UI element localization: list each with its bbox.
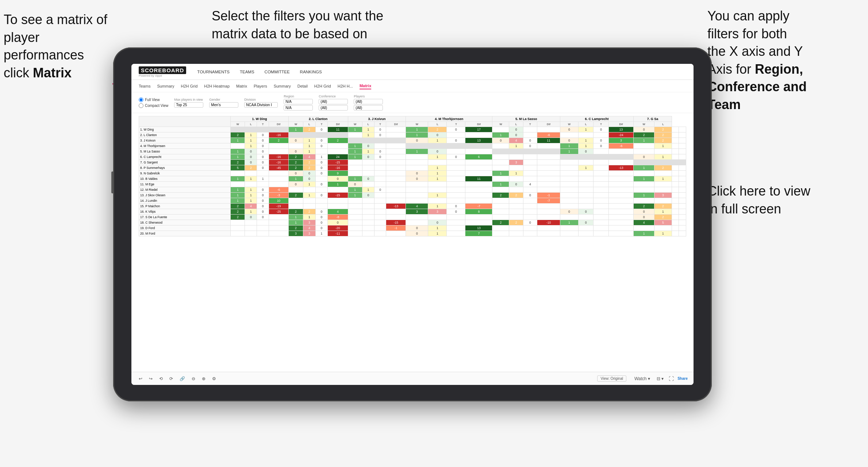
tab-players[interactable]: Players bbox=[254, 83, 267, 89]
matrix-cell bbox=[672, 209, 679, 215]
matrix-cell: 0 bbox=[315, 182, 328, 187]
matrix-cell: 3 bbox=[654, 193, 672, 198]
tab-summary[interactable]: Summary bbox=[157, 83, 174, 89]
matrix-cell bbox=[465, 198, 492, 204]
matrix-cell: 1 bbox=[348, 154, 362, 160]
plus-btn[interactable]: ⊕ bbox=[200, 375, 207, 382]
annotation-right-top: You can apply filters for both the X axi… bbox=[707, 7, 846, 114]
matrix-cell: 0 bbox=[315, 171, 328, 176]
conference-select-1[interactable]: (All) bbox=[319, 99, 348, 104]
minus-btn[interactable]: ⊖ bbox=[190, 375, 197, 382]
matrix-cell: 1 bbox=[348, 193, 362, 198]
table-row: 14. J Lundin11010-7 bbox=[139, 198, 686, 204]
tab-h2h-h[interactable]: H2H H... bbox=[338, 83, 353, 89]
matrix-cell bbox=[608, 231, 633, 236]
view-compact-radio[interactable] bbox=[139, 103, 143, 108]
matrix-cell bbox=[465, 132, 492, 138]
settings-btn[interactable]: ⚙ bbox=[211, 375, 218, 382]
gender-select[interactable]: Men's bbox=[209, 102, 238, 108]
matrix-cell: 0 bbox=[288, 171, 303, 176]
matrix-cell: 0 bbox=[257, 160, 269, 165]
tab-detail[interactable]: Detail bbox=[297, 83, 308, 89]
matrix-cell: -3 bbox=[269, 193, 288, 198]
matrix-cell bbox=[386, 193, 406, 198]
tab-h2h-grid[interactable]: H2H Grid bbox=[181, 83, 197, 89]
region-select-1[interactable]: N/A bbox=[284, 99, 313, 104]
tab-h2h-heatmap[interactable]: H2H Heatmap bbox=[204, 83, 230, 89]
matrix-cell: 0 bbox=[315, 225, 328, 231]
view-full-label[interactable]: Full View bbox=[139, 97, 168, 102]
matrix-cell bbox=[608, 154, 633, 160]
view-compact-label[interactable]: Compact View bbox=[139, 103, 168, 108]
max-players-select[interactable]: Top 25 bbox=[174, 102, 203, 108]
matrix-cell bbox=[362, 209, 374, 215]
tab-summary2[interactable]: Summary bbox=[274, 83, 291, 89]
col-header-4: 4. M Thorbjornsen bbox=[406, 116, 492, 122]
matrix-cell: 1 bbox=[231, 187, 245, 193]
matrix-cell bbox=[315, 149, 328, 154]
matrix-cell bbox=[231, 225, 245, 231]
matrix-cell bbox=[386, 231, 406, 236]
view-full-radio[interactable] bbox=[139, 97, 143, 102]
matrix-cell: 3 bbox=[406, 209, 428, 215]
matrix-cell: 3 bbox=[303, 220, 316, 225]
nav-committee[interactable]: COMMITTEE bbox=[265, 68, 290, 76]
refresh-btn[interactable]: ⟳ bbox=[168, 375, 174, 382]
matrix-cell bbox=[328, 204, 348, 209]
players-select-1[interactable]: (All) bbox=[354, 99, 383, 104]
sub-t5: T bbox=[523, 122, 537, 127]
matrix-cell: 1 bbox=[231, 193, 245, 198]
tab-matrix[interactable]: Matrix bbox=[360, 83, 371, 89]
matrix-cell bbox=[447, 198, 465, 204]
matrix-cell bbox=[578, 182, 593, 187]
sub-dif6: Dif bbox=[608, 122, 633, 127]
sub-l1: L bbox=[245, 122, 257, 127]
display-btn[interactable]: ⊟ ▾ bbox=[655, 375, 665, 382]
nav-rankings[interactable]: RANKINGS bbox=[300, 68, 322, 76]
link-btn[interactable]: 🔗 bbox=[178, 375, 187, 382]
view-original-btn[interactable]: View: Original bbox=[597, 375, 626, 382]
matrix-cell bbox=[465, 215, 492, 220]
matrix-cell bbox=[492, 215, 509, 220]
division-select[interactable]: NCAA Division I bbox=[244, 102, 278, 108]
matrix-cell: 4 bbox=[634, 220, 654, 225]
undo2-btn[interactable]: ⟲ bbox=[158, 375, 164, 382]
tab-matrix-players[interactable]: Matrix bbox=[236, 83, 247, 89]
undo-btn[interactable]: ↩ bbox=[137, 375, 144, 382]
matrix-cell bbox=[578, 171, 593, 176]
nav-teams[interactable]: TEAMS bbox=[240, 68, 254, 76]
matrix-cell bbox=[679, 215, 686, 220]
matrix-cell bbox=[492, 127, 509, 132]
matrix-cell bbox=[492, 225, 509, 231]
matrix-cell bbox=[406, 182, 428, 187]
matrix-cell bbox=[509, 154, 523, 160]
share-btn[interactable]: Share bbox=[677, 377, 688, 381]
matrix-cell: 2 bbox=[509, 193, 523, 198]
matrix-cell bbox=[245, 171, 257, 176]
nav-tournaments[interactable]: TOURNAMENTS bbox=[197, 68, 230, 76]
sub-t3: T bbox=[374, 122, 386, 127]
matrix-cell: 1 bbox=[348, 143, 362, 149]
conference-select-2[interactable]: (All) bbox=[319, 105, 348, 111]
matrix-cell bbox=[328, 149, 348, 154]
region-select-2[interactable]: N/A bbox=[284, 105, 313, 111]
matrix-cell: 1 bbox=[428, 204, 447, 209]
redo-btn[interactable]: ↪ bbox=[147, 375, 154, 382]
watch-btn[interactable]: Watch ▾ bbox=[633, 375, 652, 382]
matrix-cell: 0 bbox=[303, 171, 316, 176]
sub-t6: T bbox=[594, 122, 608, 127]
matrix-cell bbox=[386, 160, 406, 165]
matrix-cell: 0 bbox=[257, 132, 269, 138]
matrix-cell: 1 bbox=[578, 165, 593, 171]
tab-h2h-grid2[interactable]: H2H Grid bbox=[314, 83, 331, 89]
tab-teams[interactable]: Teams bbox=[139, 83, 150, 89]
matrix-cell bbox=[509, 198, 523, 204]
matrix-cell: 0 bbox=[303, 176, 316, 182]
max-players-filter: Max players in view Top 25 bbox=[174, 98, 203, 108]
fullscreen-btn[interactable]: ⛶ bbox=[669, 376, 674, 382]
matrix-cell bbox=[509, 187, 523, 193]
matrix-cell: 0 bbox=[374, 154, 386, 160]
players-select-2[interactable]: (All) bbox=[354, 105, 383, 111]
matrix-cell bbox=[362, 198, 374, 204]
matrix-cell bbox=[523, 187, 537, 193]
